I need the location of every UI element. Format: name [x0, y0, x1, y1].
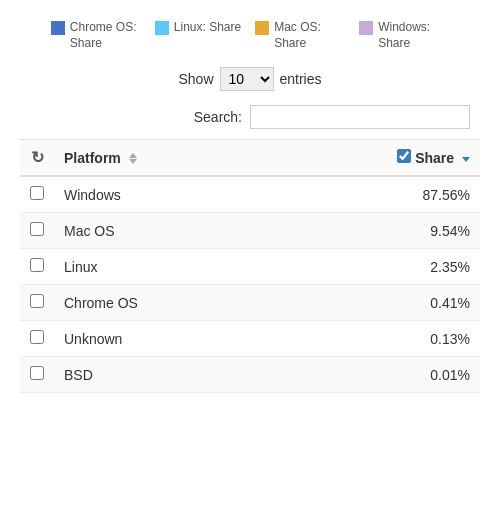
row-platform: Mac OS	[54, 213, 268, 249]
row-share: 9.54%	[268, 213, 480, 249]
table-row: Chrome OS 0.41%	[20, 285, 480, 321]
legend-item-label: Linux: Share	[174, 20, 241, 36]
row-checkbox[interactable]	[30, 330, 44, 344]
row-platform: Chrome OS	[54, 285, 268, 321]
show-entries-control: Show 102550100 entries	[0, 67, 500, 91]
sort-active-icon	[462, 157, 470, 162]
row-checkbox[interactable]	[30, 294, 44, 308]
platform-sort-icon	[129, 153, 137, 164]
data-table: ↻ Platform Share	[20, 139, 480, 393]
table-row: Linux 2.35%	[20, 249, 480, 285]
row-checkbox-cell[interactable]	[20, 285, 54, 321]
entries-label: entries	[280, 71, 322, 87]
refresh-icon: ↻	[31, 149, 44, 166]
row-platform: Windows	[54, 176, 268, 213]
platform-header-label: Platform	[64, 150, 121, 166]
sort-up-icon	[129, 153, 137, 158]
share-header-label: Share	[415, 150, 454, 166]
row-share: 0.41%	[268, 285, 480, 321]
row-platform: BSD	[54, 357, 268, 393]
legend-item: Windows: Share	[359, 20, 449, 51]
share-sort-icon	[462, 157, 470, 162]
row-checkbox-cell[interactable]	[20, 213, 54, 249]
legend-color-swatch	[255, 21, 269, 35]
row-share: 87.56%	[268, 176, 480, 213]
legend-item-label: Mac OS: Share	[274, 20, 345, 51]
search-label: Search:	[194, 109, 242, 125]
header-checkbox[interactable]	[397, 149, 411, 163]
legend-item: Linux: Share	[155, 20, 241, 51]
row-checkbox[interactable]	[30, 186, 44, 200]
legend-item-label: Windows: Share	[378, 20, 449, 51]
row-checkbox-cell[interactable]	[20, 176, 54, 213]
row-checkbox-cell[interactable]	[20, 357, 54, 393]
legend-color-swatch	[155, 21, 169, 35]
legend-item-label: Chrome OS: Share	[70, 20, 141, 51]
header-refresh[interactable]: ↻	[20, 140, 54, 177]
header-share[interactable]: Share	[268, 140, 480, 177]
row-share: 0.13%	[268, 321, 480, 357]
table-row: BSD 0.01%	[20, 357, 480, 393]
data-table-wrapper: ↻ Platform Share	[0, 139, 500, 393]
legend-item: Chrome OS: Share	[51, 20, 141, 51]
legend-color-swatch	[359, 21, 373, 35]
row-checkbox[interactable]	[30, 222, 44, 236]
table-body: Windows 87.56% Mac OS 9.54% Linux 2.35% …	[20, 176, 480, 393]
search-input[interactable]	[250, 105, 470, 129]
row-checkbox[interactable]	[30, 366, 44, 380]
row-checkbox-cell[interactable]	[20, 249, 54, 285]
header-platform[interactable]: Platform	[54, 140, 268, 177]
table-header-row: ↻ Platform Share	[20, 140, 480, 177]
sort-down-icon	[129, 159, 137, 164]
table-row: Unknown 0.13%	[20, 321, 480, 357]
row-share: 0.01%	[268, 357, 480, 393]
show-label: Show	[178, 71, 213, 87]
table-row: Windows 87.56%	[20, 176, 480, 213]
row-share: 2.35%	[268, 249, 480, 285]
legend-item: Mac OS: Share	[255, 20, 345, 51]
search-row: Search:	[0, 101, 500, 139]
chart-legend: Chrome OS: Share Linux: Share Mac OS: Sh…	[0, 10, 500, 67]
table-row: Mac OS 9.54%	[20, 213, 480, 249]
row-platform: Unknown	[54, 321, 268, 357]
legend-color-swatch	[51, 21, 65, 35]
entries-select[interactable]: 102550100	[220, 67, 274, 91]
row-checkbox-cell[interactable]	[20, 321, 54, 357]
row-checkbox[interactable]	[30, 258, 44, 272]
row-platform: Linux	[54, 249, 268, 285]
